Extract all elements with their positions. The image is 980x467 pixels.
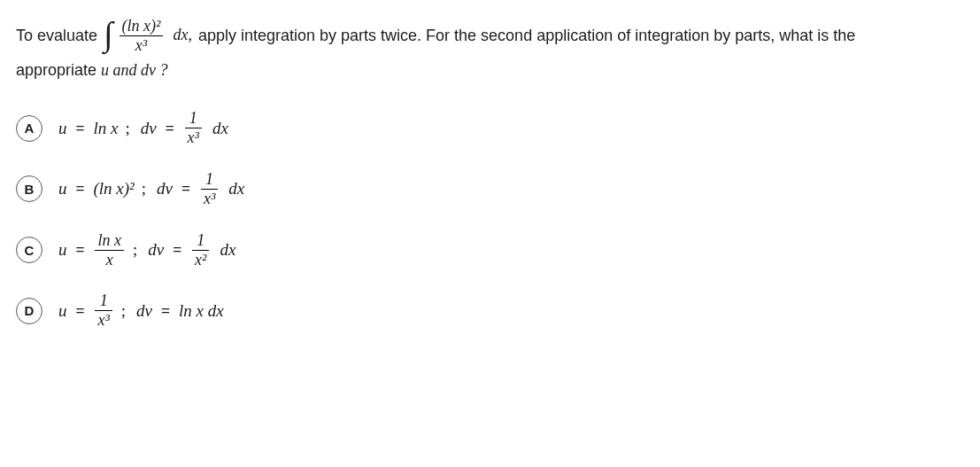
opt-a-dx: dx: [212, 119, 228, 138]
option-d-body: u = 1 x³ ; dv = ln x dx: [58, 292, 224, 329]
option-c[interactable]: C u = ln x x ; dv = 1 x² dx: [16, 232, 964, 269]
equals-icon: =: [76, 180, 85, 198]
opt-a-frac: 1 x³: [185, 110, 202, 146]
opt-c-dv-frac: 1 x²: [192, 232, 209, 269]
option-letter-c: C: [16, 237, 42, 263]
opt-d-dv-val: ln x dx: [179, 301, 224, 321]
option-c-body: u = ln x x ; dv = 1 x² dx: [58, 232, 235, 269]
integral-sign-icon: ∫: [104, 17, 112, 51]
opt-c-dv-num: 1: [192, 232, 209, 251]
opt-a-u: u: [58, 119, 67, 138]
opt-c-u-num: ln x: [95, 232, 124, 251]
semicolon-icon: ;: [133, 240, 137, 260]
option-letter-b: B: [16, 175, 42, 202]
semicolon-icon: ;: [125, 119, 129, 138]
equals-icon: =: [181, 180, 190, 198]
equals-icon: =: [76, 241, 85, 259]
semicolon-icon: ;: [142, 179, 146, 198]
opt-a-frac-den: x³: [185, 128, 202, 146]
opt-d-u-frac: 1 x³: [95, 292, 112, 329]
opt-a-dv: dv: [141, 119, 157, 138]
equals-icon: =: [166, 120, 174, 137]
opt-a-frac-num: 1: [185, 110, 202, 128]
opt-d-dv: dv: [136, 301, 152, 321]
integral-denominator: x³: [120, 36, 164, 54]
question-text-2: apply integration by parts twice. For th…: [198, 27, 855, 44]
opt-c-dx: dx: [220, 240, 235, 260]
opt-c-dv: dv: [148, 240, 164, 260]
opt-b-dx: dx: [228, 179, 244, 198]
opt-b-dv: dv: [157, 179, 173, 198]
option-d[interactable]: D u = 1 x³ ; dv = ln x dx: [16, 292, 964, 329]
opt-d-u-num: 1: [95, 292, 112, 311]
opt-b-frac-num: 1: [201, 171, 218, 190]
question-text-3: appropriate: [16, 61, 96, 79]
option-letter-a: A: [16, 115, 42, 142]
opt-d-u: u: [58, 301, 67, 321]
option-b-body: u = (ln x)² ; dv = 1 x³ dx: [58, 171, 244, 207]
option-a-body: u = ln x ; dv = 1 x³ dx: [58, 110, 228, 146]
equals-icon: =: [161, 302, 170, 320]
opt-b-u-val: (ln x)²: [93, 179, 134, 198]
opt-c-u-frac: ln x x: [95, 232, 124, 269]
opt-c-dv-den: x²: [192, 251, 209, 269]
opt-c-u-den: x: [95, 251, 124, 269]
opt-c-u: u: [58, 240, 67, 260]
question-stem: To evaluate ∫ (ln x)² x³ dx, apply integ…: [16, 18, 964, 85]
equals-icon: =: [76, 302, 85, 320]
integral-expression: ∫ (ln x)² x³ dx,: [104, 18, 192, 54]
equals-icon: =: [173, 241, 181, 259]
semicolon-icon: ;: [121, 301, 126, 321]
option-a[interactable]: A u = ln x ; dv = 1 x³ dx: [16, 110, 964, 146]
opt-b-frac: 1 x³: [201, 171, 218, 207]
integral-dx: dx,: [173, 26, 192, 43]
option-b[interactable]: B u = (ln x)² ; dv = 1 x³ dx: [16, 171, 964, 207]
opt-d-u-den: x³: [95, 311, 112, 329]
opt-a-u-val: ln x: [93, 119, 118, 138]
option-letter-d: D: [16, 298, 42, 324]
integral-numerator: (ln x)²: [120, 18, 164, 36]
options-list: A u = ln x ; dv = 1 x³ dx B u = (ln x)²: [16, 110, 964, 329]
integral-fraction: (ln x)² x³: [120, 18, 164, 54]
opt-b-u: u: [58, 179, 67, 198]
question-text-udv: u and dv ?: [101, 61, 168, 79]
question-text-1: To evaluate: [16, 27, 97, 44]
opt-b-frac-den: x³: [201, 190, 218, 207]
equals-icon: =: [76, 120, 85, 137]
